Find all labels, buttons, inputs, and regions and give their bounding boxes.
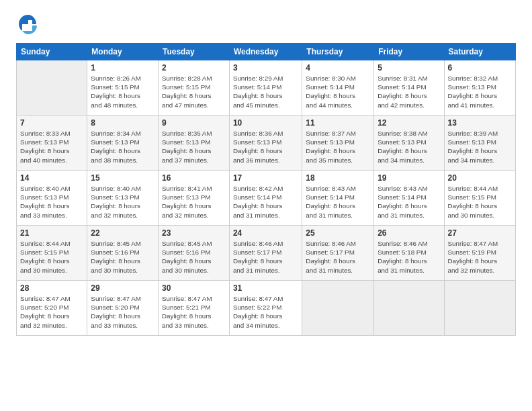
day-info: Sunrise: 8:44 AM Sunset: 5:15 PM Dayligh…	[20, 239, 83, 275]
day-info: Sunrise: 8:28 AM Sunset: 5:15 PM Dayligh…	[162, 74, 226, 109]
day-info: Sunrise: 8:35 AM Sunset: 5:13 PM Dayligh…	[162, 129, 226, 165]
day-cell: 26Sunrise: 8:46 AM Sunset: 5:18 PM Dayli…	[374, 226, 444, 281]
day-info: Sunrise: 8:30 AM Sunset: 5:14 PM Dayligh…	[306, 74, 370, 109]
day-info: Sunrise: 8:45 AM Sunset: 5:16 PM Dayligh…	[91, 239, 154, 275]
day-cell: 12Sunrise: 8:38 AM Sunset: 5:13 PM Dayli…	[374, 116, 444, 171]
day-cell: 22Sunrise: 8:45 AM Sunset: 5:16 PM Dayli…	[87, 226, 159, 281]
day-cell: 19Sunrise: 8:43 AM Sunset: 5:14 PM Dayli…	[374, 171, 444, 226]
day-number: 4	[306, 63, 370, 73]
calendar-table: SundayMondayTuesdayWednesdayThursdayFrid…	[16, 43, 516, 336]
day-cell: 5Sunrise: 8:31 AM Sunset: 5:14 PM Daylig…	[374, 60, 444, 116]
day-number: 19	[378, 173, 440, 183]
day-number: 20	[448, 173, 512, 183]
day-number: 8	[91, 118, 154, 128]
header-saturday: Saturday	[444, 44, 515, 60]
day-number: 22	[91, 228, 154, 238]
day-cell	[302, 281, 374, 336]
day-number: 2	[162, 63, 226, 73]
day-info: Sunrise: 8:47 AM Sunset: 5:20 PM Dayligh…	[91, 294, 154, 330]
day-info: Sunrise: 8:47 AM Sunset: 5:22 PM Dayligh…	[233, 294, 298, 330]
day-number: 13	[448, 118, 512, 128]
day-number: 25	[306, 228, 370, 238]
day-info: Sunrise: 8:34 AM Sunset: 5:13 PM Dayligh…	[91, 129, 154, 165]
day-cell: 15Sunrise: 8:40 AM Sunset: 5:13 PM Dayli…	[87, 171, 159, 226]
day-cell	[374, 281, 444, 336]
day-cell: 18Sunrise: 8:43 AM Sunset: 5:14 PM Dayli…	[302, 171, 374, 226]
day-info: Sunrise: 8:44 AM Sunset: 5:15 PM Dayligh…	[448, 184, 512, 220]
day-number: 5	[378, 63, 440, 73]
day-cell: 17Sunrise: 8:42 AM Sunset: 5:14 PM Dayli…	[229, 171, 302, 226]
day-info: Sunrise: 8:47 AM Sunset: 5:21 PM Dayligh…	[162, 294, 226, 330]
header-tuesday: Tuesday	[158, 44, 229, 60]
day-number: 1	[91, 63, 154, 73]
week-row-4: 28Sunrise: 8:47 AM Sunset: 5:20 PM Dayli…	[17, 281, 516, 336]
day-info: Sunrise: 8:41 AM Sunset: 5:13 PM Dayligh…	[162, 184, 226, 220]
day-cell	[444, 281, 515, 336]
day-number: 27	[448, 228, 512, 238]
page: SundayMondayTuesdayWednesdayThursdayFrid…	[0, 0, 532, 411]
day-cell: 28Sunrise: 8:47 AM Sunset: 5:20 PM Dayli…	[17, 281, 87, 336]
day-number: 3	[233, 63, 298, 73]
day-cell: 1Sunrise: 8:26 AM Sunset: 5:15 PM Daylig…	[87, 60, 159, 116]
day-cell: 20Sunrise: 8:44 AM Sunset: 5:15 PM Dayli…	[444, 171, 515, 226]
day-cell	[17, 60, 87, 116]
day-cell: 9Sunrise: 8:35 AM Sunset: 5:13 PM Daylig…	[158, 116, 229, 171]
day-number: 29	[91, 283, 154, 293]
day-info: Sunrise: 8:42 AM Sunset: 5:14 PM Dayligh…	[233, 184, 298, 220]
day-cell: 23Sunrise: 8:45 AM Sunset: 5:16 PM Dayli…	[158, 226, 229, 281]
week-row-2: 14Sunrise: 8:40 AM Sunset: 5:13 PM Dayli…	[17, 171, 516, 226]
day-info: Sunrise: 8:46 AM Sunset: 5:17 PM Dayligh…	[306, 239, 370, 275]
week-row-0: 1Sunrise: 8:26 AM Sunset: 5:15 PM Daylig…	[17, 60, 516, 116]
day-number: 7	[20, 118, 83, 128]
day-cell: 24Sunrise: 8:46 AM Sunset: 5:17 PM Dayli…	[229, 226, 302, 281]
day-cell: 31Sunrise: 8:47 AM Sunset: 5:22 PM Dayli…	[229, 281, 302, 336]
header-monday: Monday	[87, 44, 159, 60]
day-number: 6	[448, 63, 512, 73]
day-info: Sunrise: 8:38 AM Sunset: 5:13 PM Dayligh…	[378, 129, 440, 165]
day-cell: 29Sunrise: 8:47 AM Sunset: 5:20 PM Dayli…	[87, 281, 159, 336]
day-cell: 3Sunrise: 8:29 AM Sunset: 5:14 PM Daylig…	[229, 60, 302, 116]
day-info: Sunrise: 8:40 AM Sunset: 5:13 PM Dayligh…	[91, 184, 154, 220]
day-number: 23	[162, 228, 226, 238]
day-number: 17	[233, 173, 298, 183]
day-info: Sunrise: 8:33 AM Sunset: 5:13 PM Dayligh…	[20, 129, 83, 165]
day-info: Sunrise: 8:40 AM Sunset: 5:13 PM Dayligh…	[20, 184, 83, 220]
day-cell: 10Sunrise: 8:36 AM Sunset: 5:13 PM Dayli…	[229, 116, 302, 171]
day-number: 16	[162, 173, 226, 183]
day-number: 24	[233, 228, 298, 238]
day-cell: 30Sunrise: 8:47 AM Sunset: 5:21 PM Dayli…	[158, 281, 229, 336]
day-info: Sunrise: 8:43 AM Sunset: 5:14 PM Dayligh…	[378, 184, 440, 220]
header-friday: Friday	[374, 44, 444, 60]
week-row-1: 7Sunrise: 8:33 AM Sunset: 5:13 PM Daylig…	[17, 116, 516, 171]
header-sunday: Sunday	[17, 44, 87, 60]
day-cell: 7Sunrise: 8:33 AM Sunset: 5:13 PM Daylig…	[17, 116, 87, 171]
logo	[16, 12, 44, 36]
day-info: Sunrise: 8:36 AM Sunset: 5:13 PM Dayligh…	[233, 129, 298, 165]
header-wednesday: Wednesday	[229, 44, 302, 60]
day-number: 28	[20, 283, 83, 293]
day-number: 18	[306, 173, 370, 183]
day-cell: 4Sunrise: 8:30 AM Sunset: 5:14 PM Daylig…	[302, 60, 374, 116]
day-number: 14	[20, 173, 83, 183]
day-info: Sunrise: 8:37 AM Sunset: 5:13 PM Dayligh…	[306, 129, 370, 165]
day-number: 31	[233, 283, 298, 293]
day-number: 10	[233, 118, 298, 128]
day-info: Sunrise: 8:47 AM Sunset: 5:20 PM Dayligh…	[20, 294, 83, 330]
day-info: Sunrise: 8:39 AM Sunset: 5:13 PM Dayligh…	[448, 129, 512, 165]
day-cell: 27Sunrise: 8:47 AM Sunset: 5:19 PM Dayli…	[444, 226, 515, 281]
day-cell: 16Sunrise: 8:41 AM Sunset: 5:13 PM Dayli…	[158, 171, 229, 226]
day-info: Sunrise: 8:43 AM Sunset: 5:14 PM Dayligh…	[306, 184, 370, 220]
day-number: 26	[378, 228, 440, 238]
day-number: 11	[306, 118, 370, 128]
day-number: 9	[162, 118, 226, 128]
day-cell: 6Sunrise: 8:32 AM Sunset: 5:13 PM Daylig…	[444, 60, 515, 116]
calendar-header-row: SundayMondayTuesdayWednesdayThursdayFrid…	[17, 44, 516, 60]
day-cell: 21Sunrise: 8:44 AM Sunset: 5:15 PM Dayli…	[17, 226, 87, 281]
day-info: Sunrise: 8:45 AM Sunset: 5:16 PM Dayligh…	[162, 239, 226, 275]
day-cell: 8Sunrise: 8:34 AM Sunset: 5:13 PM Daylig…	[87, 116, 159, 171]
day-info: Sunrise: 8:31 AM Sunset: 5:14 PM Dayligh…	[378, 74, 440, 109]
day-cell: 11Sunrise: 8:37 AM Sunset: 5:13 PM Dayli…	[302, 116, 374, 171]
day-info: Sunrise: 8:47 AM Sunset: 5:19 PM Dayligh…	[448, 239, 512, 275]
header	[16, 12, 516, 36]
header-thursday: Thursday	[302, 44, 374, 60]
